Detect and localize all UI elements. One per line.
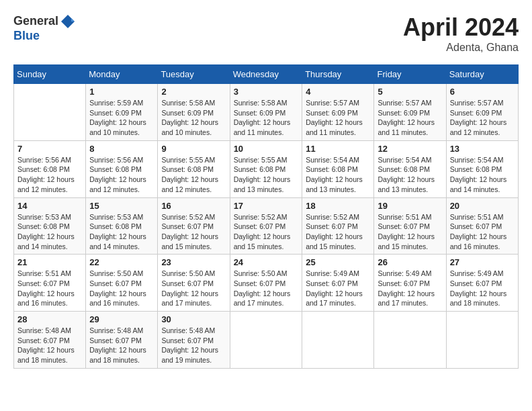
calendar-cell: 3Sunrise: 5:58 AM Sunset: 6:09 PM Daylig… <box>230 84 302 141</box>
calendar-cell: 11Sunrise: 5:54 AM Sunset: 6:08 PM Dayli… <box>302 140 374 197</box>
day-number: 24 <box>234 257 299 267</box>
day-info: Sunrise: 5:53 AM Sunset: 6:08 PM Dayligh… <box>89 212 154 252</box>
day-info: Sunrise: 5:55 AM Sunset: 6:08 PM Dayligh… <box>234 155 299 195</box>
calendar-cell: 4Sunrise: 5:57 AM Sunset: 6:09 PM Daylig… <box>302 84 374 141</box>
calendar-cell <box>14 84 86 141</box>
day-number: 15 <box>89 201 154 211</box>
day-number: 28 <box>17 314 82 324</box>
weekday-header-friday: Friday <box>374 65 446 84</box>
day-info: Sunrise: 5:54 AM Sunset: 6:08 PM Dayligh… <box>378 155 442 195</box>
calendar-cell: 26Sunrise: 5:49 AM Sunset: 6:07 PM Dayli… <box>374 255 446 312</box>
day-info: Sunrise: 5:51 AM Sunset: 6:07 PM Dayligh… <box>17 269 82 308</box>
calendar-cell: 10Sunrise: 5:55 AM Sunset: 6:08 PM Dayli… <box>230 140 302 197</box>
day-number: 17 <box>234 201 299 211</box>
day-number: 8 <box>89 144 154 154</box>
day-number: 6 <box>450 87 515 97</box>
calendar-cell: 30Sunrise: 5:48 AM Sunset: 6:07 PM Dayli… <box>158 312 230 369</box>
calendar-cell: 8Sunrise: 5:56 AM Sunset: 6:08 PM Daylig… <box>86 140 158 197</box>
day-number: 12 <box>378 144 442 154</box>
day-info: Sunrise: 5:51 AM Sunset: 6:07 PM Dayligh… <box>450 212 515 252</box>
calendar-cell: 22Sunrise: 5:50 AM Sunset: 6:07 PM Dayli… <box>86 255 158 312</box>
logo: General Blue <box>13 13 76 43</box>
day-number: 21 <box>17 257 82 267</box>
calendar-cell: 14Sunrise: 5:53 AM Sunset: 6:08 PM Dayli… <box>14 197 86 255</box>
day-info: Sunrise: 5:57 AM Sunset: 6:09 PM Dayligh… <box>450 98 515 138</box>
day-number: 23 <box>161 257 226 267</box>
day-info: Sunrise: 5:54 AM Sunset: 6:08 PM Dayligh… <box>306 155 370 195</box>
weekday-header-saturday: Saturday <box>446 65 518 84</box>
calendar-cell: 29Sunrise: 5:48 AM Sunset: 6:07 PM Dayli… <box>86 312 158 369</box>
calendar-cell: 20Sunrise: 5:51 AM Sunset: 6:07 PM Dayli… <box>446 197 518 255</box>
day-number: 14 <box>17 201 82 211</box>
day-number: 5 <box>378 87 442 97</box>
calendar-cell: 18Sunrise: 5:52 AM Sunset: 6:07 PM Dayli… <box>302 197 374 255</box>
calendar-cell <box>230 312 302 369</box>
day-number: 18 <box>306 201 370 211</box>
calendar-cell: 15Sunrise: 5:53 AM Sunset: 6:08 PM Dayli… <box>86 197 158 255</box>
calendar-cell: 21Sunrise: 5:51 AM Sunset: 6:07 PM Dayli… <box>14 255 86 312</box>
calendar-cell: 6Sunrise: 5:57 AM Sunset: 6:09 PM Daylig… <box>446 84 518 141</box>
day-info: Sunrise: 5:57 AM Sunset: 6:09 PM Dayligh… <box>306 98 370 138</box>
calendar-week-row: 28Sunrise: 5:48 AM Sunset: 6:07 PM Dayli… <box>14 312 519 369</box>
calendar-week-row: 21Sunrise: 5:51 AM Sunset: 6:07 PM Dayli… <box>14 255 519 312</box>
day-number: 3 <box>234 87 299 97</box>
weekday-header-row: SundayMondayTuesdayWednesdayThursdayFrid… <box>14 65 519 84</box>
weekday-header-wednesday: Wednesday <box>230 65 302 84</box>
calendar-cell: 9Sunrise: 5:55 AM Sunset: 6:08 PM Daylig… <box>158 140 230 197</box>
day-info: Sunrise: 5:56 AM Sunset: 6:08 PM Dayligh… <box>89 155 154 195</box>
day-number: 4 <box>306 87 370 97</box>
calendar-cell: 19Sunrise: 5:51 AM Sunset: 6:07 PM Dayli… <box>374 197 446 255</box>
day-number: 20 <box>450 201 515 211</box>
day-info: Sunrise: 5:51 AM Sunset: 6:07 PM Dayligh… <box>378 212 442 252</box>
calendar-cell: 23Sunrise: 5:50 AM Sunset: 6:07 PM Dayli… <box>158 255 230 312</box>
weekday-header-tuesday: Tuesday <box>158 65 230 84</box>
day-info: Sunrise: 5:52 AM Sunset: 6:07 PM Dayligh… <box>161 212 226 252</box>
day-info: Sunrise: 5:58 AM Sunset: 6:09 PM Dayligh… <box>161 98 226 138</box>
day-number: 10 <box>234 144 299 154</box>
day-info: Sunrise: 5:48 AM Sunset: 6:07 PM Dayligh… <box>17 326 82 365</box>
day-number: 2 <box>161 87 226 97</box>
day-number: 29 <box>89 314 154 324</box>
page-header: General Blue April 2024 Adenta, Ghana <box>13 13 519 54</box>
day-info: Sunrise: 5:55 AM Sunset: 6:08 PM Dayligh… <box>161 155 226 195</box>
day-number: 1 <box>89 87 154 97</box>
weekday-header-monday: Monday <box>86 65 158 84</box>
day-info: Sunrise: 5:49 AM Sunset: 6:07 PM Dayligh… <box>450 269 515 308</box>
month-title: April 2024 <box>403 13 519 42</box>
title-block: April 2024 Adenta, Ghana <box>403 13 519 54</box>
day-info: Sunrise: 5:50 AM Sunset: 6:07 PM Dayligh… <box>234 269 299 308</box>
day-number: 9 <box>161 144 226 154</box>
weekday-header-sunday: Sunday <box>14 65 86 84</box>
calendar-cell: 28Sunrise: 5:48 AM Sunset: 6:07 PM Dayli… <box>14 312 86 369</box>
day-info: Sunrise: 5:49 AM Sunset: 6:07 PM Dayligh… <box>378 269 442 308</box>
day-number: 13 <box>450 144 515 154</box>
day-number: 30 <box>161 314 226 324</box>
day-info: Sunrise: 5:58 AM Sunset: 6:09 PM Dayligh… <box>234 98 299 138</box>
day-number: 27 <box>450 257 515 267</box>
calendar-cell: 7Sunrise: 5:56 AM Sunset: 6:08 PM Daylig… <box>14 140 86 197</box>
day-number: 7 <box>17 144 82 154</box>
location: Adenta, Ghana <box>403 42 519 54</box>
calendar-table: SundayMondayTuesdayWednesdayThursdayFrid… <box>13 64 519 369</box>
day-info: Sunrise: 5:53 AM Sunset: 6:08 PM Dayligh… <box>17 212 82 252</box>
logo-general-text: General <box>13 15 58 28</box>
day-number: 11 <box>306 144 370 154</box>
calendar-cell <box>374 312 446 369</box>
calendar-cell: 5Sunrise: 5:57 AM Sunset: 6:09 PM Daylig… <box>374 84 446 141</box>
day-info: Sunrise: 5:57 AM Sunset: 6:09 PM Dayligh… <box>378 98 442 138</box>
day-number: 19 <box>378 201 442 211</box>
calendar-cell: 13Sunrise: 5:54 AM Sunset: 6:08 PM Dayli… <box>446 140 518 197</box>
calendar-cell: 1Sunrise: 5:59 AM Sunset: 6:09 PM Daylig… <box>86 84 158 141</box>
day-number: 26 <box>378 257 442 267</box>
calendar-cell: 17Sunrise: 5:52 AM Sunset: 6:07 PM Dayli… <box>230 197 302 255</box>
day-number: 22 <box>89 257 154 267</box>
calendar-cell: 2Sunrise: 5:58 AM Sunset: 6:09 PM Daylig… <box>158 84 230 141</box>
calendar-cell: 27Sunrise: 5:49 AM Sunset: 6:07 PM Dayli… <box>446 255 518 312</box>
day-info: Sunrise: 5:50 AM Sunset: 6:07 PM Dayligh… <box>89 269 154 308</box>
calendar-cell <box>302 312 374 369</box>
calendar-week-row: 1Sunrise: 5:59 AM Sunset: 6:09 PM Daylig… <box>14 84 519 141</box>
day-info: Sunrise: 5:52 AM Sunset: 6:07 PM Dayligh… <box>234 212 299 252</box>
day-info: Sunrise: 5:52 AM Sunset: 6:07 PM Dayligh… <box>306 212 370 252</box>
logo-icon <box>60 13 76 30</box>
calendar-week-row: 7Sunrise: 5:56 AM Sunset: 6:08 PM Daylig… <box>14 140 519 197</box>
